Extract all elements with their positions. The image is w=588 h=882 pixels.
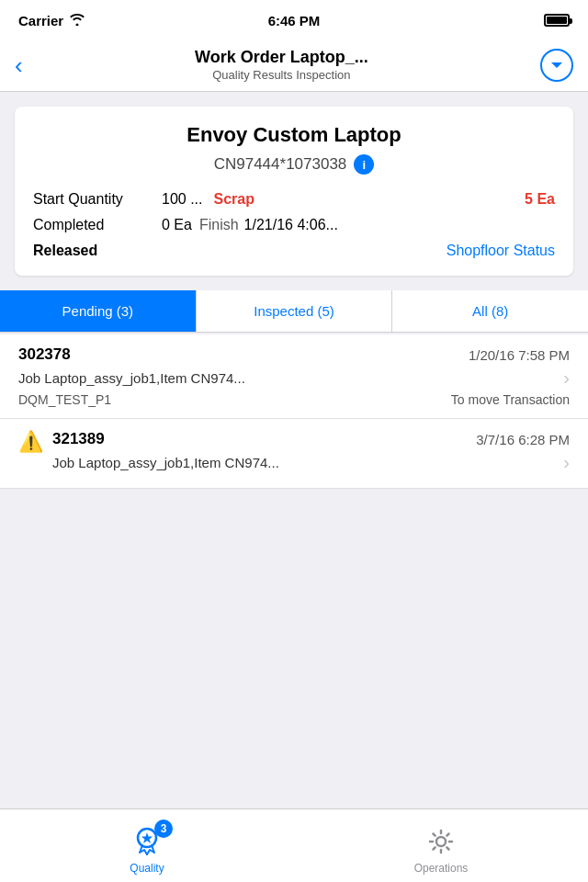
list-item-row2: Job Laptop_assy_job1,Item CN974... › (52, 452, 570, 473)
list-item-content: 321389 3/7/16 6:28 PM Job Laptop_assy_jo… (52, 430, 570, 477)
finish-value: 1/21/16 4:06... (244, 217, 338, 233)
cn-row: CN97444*1073038 i (33, 154, 555, 175)
status-left: Carrier (18, 13, 85, 28)
quality-tab-label: Quality (130, 862, 164, 875)
cn-number: CN97444*1073038 (214, 155, 347, 174)
completed-value: 0 Ea (162, 217, 192, 233)
bottom-tab-bar: 3 Quality Operations (0, 808, 588, 882)
start-quantity-row: Start Quantity 100 ... Scrap 5 Ea (33, 191, 555, 208)
scrap-value: 5 Ea (525, 191, 555, 208)
scrap-label: Scrap (213, 191, 254, 208)
tab-inspected[interactable]: Inspected (5) (197, 290, 393, 332)
status-time: 6:46 PM (268, 13, 321, 28)
warning-icon: ⚠️ (18, 432, 43, 452)
item-description: Job Laptop_assy_job1,Item CN974... (52, 455, 556, 470)
tab-bar: Pending (3) Inspected (5) All (8) (0, 290, 588, 333)
work-order-card: Envoy Custom Laptop CN97444*1073038 i St… (15, 107, 573, 276)
start-quantity-value: 100 ... (162, 191, 202, 208)
list-item-row2: Job Laptop_assy_job1,Item CN974... › (18, 368, 570, 389)
item-description: Job Laptop_assy_job1,Item CN974... (18, 370, 556, 386)
nav-title: Work Order Laptop_... (23, 48, 540, 67)
back-button[interactable]: ‹ (15, 53, 23, 77)
chevron-right-icon: › (563, 452, 570, 473)
bottom-tab-operations[interactable]: Operations (294, 818, 588, 875)
status-row: Released Shopfloor Status (33, 243, 555, 259)
quality-badge: 3 (154, 820, 173, 838)
item-date: 3/7/16 6:28 PM (476, 432, 570, 447)
svg-point-2 (436, 837, 446, 846)
status-right (544, 14, 570, 27)
item-date: 1/20/16 7:58 PM (469, 347, 570, 363)
svg-marker-1 (141, 832, 153, 843)
list-item-row1: 302378 1/20/16 7:58 PM (18, 345, 570, 364)
tab-all[interactable]: All (8) (392, 290, 588, 332)
product-name: Envoy Custom Laptop (33, 123, 555, 147)
item-tag: DQM_TEST_P1 (18, 392, 111, 407)
list-item-row3: DQM_TEST_P1 To move Transaction (18, 392, 570, 407)
operations-icon-wrapper (424, 825, 458, 858)
tab-pending[interactable]: Pending (3) (0, 290, 197, 332)
card-section: Envoy Custom Laptop CN97444*1073038 i St… (0, 92, 588, 290)
nav-subtitle: Quality Results Inspection (23, 68, 540, 82)
item-action: To move Transaction (451, 392, 570, 407)
operations-icon (424, 825, 458, 858)
operations-tab-label: Operations (414, 862, 469, 875)
nav-bar: ‹ Work Order Laptop_... Quality Results … (0, 40, 588, 92)
start-quantity-label: Start Quantity (33, 191, 162, 208)
carrier-label: Carrier (18, 13, 63, 28)
completed-row: Completed 0 Ea Finish 1/21/16 4:06... (33, 217, 555, 233)
wifi-icon (69, 13, 85, 28)
nav-action-button[interactable] (540, 49, 573, 82)
released-label: Released (33, 243, 97, 259)
status-bar: Carrier 6:46 PM (0, 0, 588, 40)
completed-label: Completed (33, 217, 162, 233)
nav-title-block: Work Order Laptop_... Quality Results In… (23, 48, 540, 82)
chevron-down-icon (549, 58, 564, 73)
info-button[interactable]: i (354, 154, 374, 175)
finish-label: Finish (199, 217, 239, 233)
list-item[interactable]: 302378 1/20/16 7:58 PM Job Laptop_assy_j… (0, 334, 588, 419)
chevron-right-icon: › (563, 368, 570, 389)
list-section: 302378 1/20/16 7:58 PM Job Laptop_assy_j… (0, 334, 588, 489)
item-id: 321389 (52, 430, 105, 448)
quality-icon-wrapper: 3 (130, 825, 164, 858)
list-item[interactable]: ⚠️ 321389 3/7/16 6:28 PM Job Laptop_assy… (0, 419, 588, 489)
shopfloor-status-button[interactable]: Shopfloor Status (447, 243, 555, 259)
list-item-row1: 321389 3/7/16 6:28 PM (52, 430, 570, 448)
battery-icon (544, 14, 570, 27)
item-id: 302378 (18, 345, 71, 364)
bottom-tab-quality[interactable]: 3 Quality (0, 818, 294, 875)
